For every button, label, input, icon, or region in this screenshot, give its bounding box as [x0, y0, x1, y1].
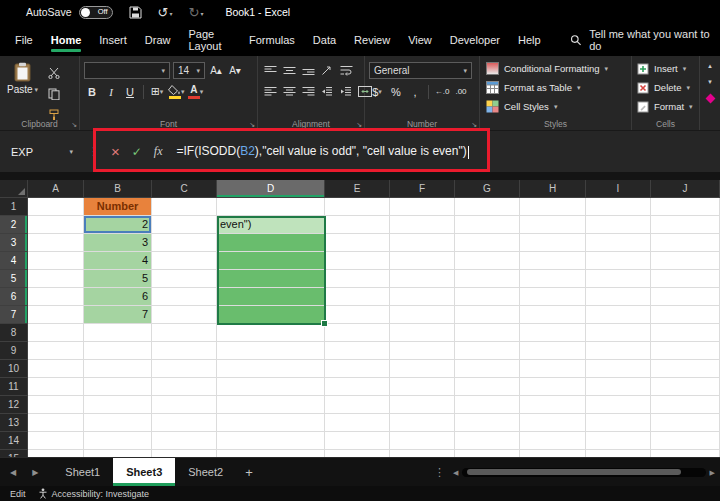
font-name-select[interactable]: ▾: [84, 62, 170, 79]
cell-J15[interactable]: [651, 450, 720, 457]
sheet-tab-sheet2[interactable]: Sheet2: [175, 458, 236, 486]
cell-D6[interactable]: [217, 288, 325, 306]
cell-E13[interactable]: [325, 414, 390, 432]
cell-H9[interactable]: [520, 342, 586, 360]
cell-A4[interactable]: [28, 252, 84, 270]
cell-C12[interactable]: [152, 396, 217, 414]
ribbon-scroll-down-icon[interactable]: ▼: [707, 79, 713, 85]
row-header-6[interactable]: 6: [0, 288, 28, 306]
sheet-tab-sheet1[interactable]: Sheet1: [52, 458, 113, 486]
cell-H13[interactable]: [520, 414, 586, 432]
align-middle-button[interactable]: [281, 62, 297, 79]
cell-C8[interactable]: [152, 324, 217, 342]
cell-A15[interactable]: [28, 450, 84, 457]
cell-B8[interactable]: [84, 324, 152, 342]
wrap-text-button[interactable]: [338, 62, 354, 79]
menu-view[interactable]: View: [399, 24, 441, 56]
enter-icon[interactable]: ✓: [132, 146, 142, 158]
cell-E6[interactable]: [325, 288, 390, 306]
cell-A7[interactable]: [28, 306, 84, 324]
menu-developer[interactable]: Developer: [441, 24, 509, 56]
cell-B3[interactable]: 3: [84, 234, 152, 252]
cell-H3[interactable]: [520, 234, 586, 252]
cell-G3[interactable]: [455, 234, 520, 252]
align-bottom-button[interactable]: [300, 62, 316, 79]
format-as-table-button[interactable]: Format as Table ▾: [480, 78, 631, 97]
cell-E2[interactable]: [325, 216, 390, 234]
cell-H8[interactable]: [520, 324, 586, 342]
column-header-A[interactable]: A: [28, 180, 84, 198]
cell-F15[interactable]: [390, 450, 455, 457]
cell-I1[interactable]: [586, 198, 651, 216]
format-cells-button[interactable]: Format ▾: [632, 97, 699, 116]
cell-D9[interactable]: [217, 342, 325, 360]
cell-E3[interactable]: [325, 234, 390, 252]
comma-style-button[interactable]: ,: [407, 83, 423, 100]
cell-G8[interactable]: [455, 324, 520, 342]
row-header-15[interactable]: 15: [0, 450, 28, 457]
column-header-B[interactable]: B: [84, 180, 152, 198]
cell-C11[interactable]: [152, 378, 217, 396]
decrease-font-button[interactable]: A▾: [227, 62, 243, 79]
cell-C7[interactable]: [152, 306, 217, 324]
paste-button[interactable]: Paste▾: [7, 62, 38, 123]
column-header-I[interactable]: I: [586, 180, 651, 198]
align-left-button[interactable]: [262, 83, 278, 100]
cell-I13[interactable]: [586, 414, 651, 432]
menu-formulas[interactable]: Formulas: [240, 24, 304, 56]
cell-D7[interactable]: [217, 306, 325, 324]
cell-F2[interactable]: [390, 216, 455, 234]
cell-A6[interactable]: [28, 288, 84, 306]
cell-A3[interactable]: [28, 234, 84, 252]
cell-B10[interactable]: [84, 360, 152, 378]
cell-I15[interactable]: [586, 450, 651, 457]
cell-C2[interactable]: [152, 216, 217, 234]
cell-J9[interactable]: [651, 342, 720, 360]
borders-button[interactable]: ⊞ ▾: [149, 83, 165, 100]
accounting-format-button[interactable]: $ ▾: [369, 83, 385, 100]
cell-F14[interactable]: [390, 432, 455, 450]
cell-G11[interactable]: [455, 378, 520, 396]
cell-I7[interactable]: [586, 306, 651, 324]
cell-B12[interactable]: [84, 396, 152, 414]
column-header-J[interactable]: J: [651, 180, 720, 198]
cell-F10[interactable]: [390, 360, 455, 378]
cell-J12[interactable]: [651, 396, 720, 414]
cell-B6[interactable]: 6: [84, 288, 152, 306]
menu-review[interactable]: Review: [345, 24, 399, 56]
cell-G15[interactable]: [455, 450, 520, 457]
cell-E5[interactable]: [325, 270, 390, 288]
row-header-9[interactable]: 9: [0, 342, 28, 360]
sheet-tab-sheet3[interactable]: Sheet3: [113, 458, 175, 486]
cell-F3[interactable]: [390, 234, 455, 252]
cell-J7[interactable]: [651, 306, 720, 324]
undo-button[interactable]: ↺ ▾: [158, 6, 173, 19]
cell-B11[interactable]: [84, 378, 152, 396]
row-header-13[interactable]: 13: [0, 414, 28, 432]
name-box-splitter-icon[interactable]: ⋮: [88, 145, 99, 158]
cell-A13[interactable]: [28, 414, 84, 432]
cell-A2[interactable]: [28, 216, 84, 234]
percent-style-button[interactable]: %: [388, 83, 404, 100]
menu-page-layout[interactable]: Page Layout: [179, 24, 240, 56]
cell-F5[interactable]: [390, 270, 455, 288]
cell-D14[interactable]: [217, 432, 325, 450]
cell-F9[interactable]: [390, 342, 455, 360]
cell-F8[interactable]: [390, 324, 455, 342]
cell-styles-button[interactable]: Cell Styles ▾: [480, 97, 631, 116]
decrease-decimal-button[interactable]: .00: [453, 83, 469, 100]
underline-button[interactable]: U: [122, 83, 138, 100]
cell-G9[interactable]: [455, 342, 520, 360]
cell-D3[interactable]: [217, 234, 325, 252]
font-color-button[interactable]: A ▾: [188, 83, 204, 100]
save-button[interactable]: [129, 6, 142, 19]
cell-H14[interactable]: [520, 432, 586, 450]
cell-B5[interactable]: 5: [84, 270, 152, 288]
cell-I3[interactable]: [586, 234, 651, 252]
row-header-1[interactable]: 1: [0, 198, 28, 216]
cell-D10[interactable]: [217, 360, 325, 378]
cell-C5[interactable]: [152, 270, 217, 288]
cell-B2[interactable]: 2: [84, 216, 152, 234]
cell-J4[interactable]: [651, 252, 720, 270]
cell-A5[interactable]: [28, 270, 84, 288]
